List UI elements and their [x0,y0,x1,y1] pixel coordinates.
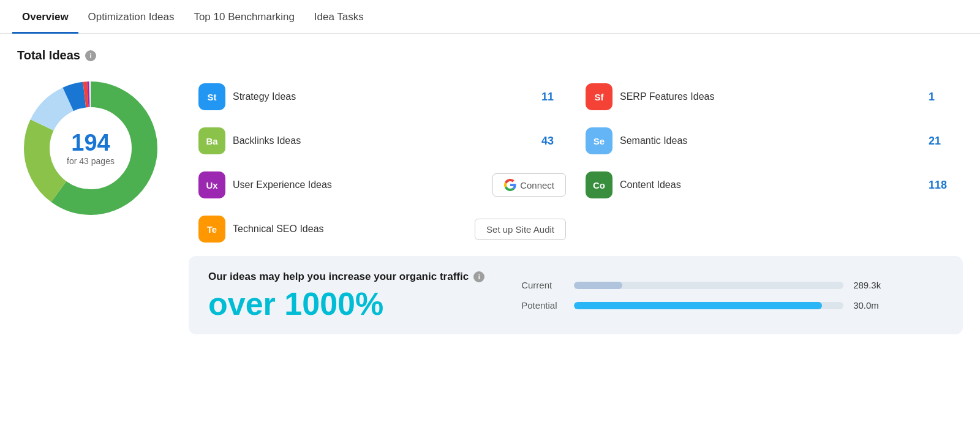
idea-badge-semantic: Se [586,127,612,154]
idea-name-backlinks: Backlinks Ideas [233,135,534,146]
idea-count-semantic: 21 [929,135,953,148]
idea-badge-backlinks: Ba [198,127,225,154]
traffic-bar-fill-potential [574,302,822,309]
idea-row-content: CoContent Ideas118 [576,163,963,207]
section-title: Total Ideas i [17,48,963,62]
idea-row-backlinks: BaBacklinks Ideas43 [189,119,576,163]
idea-count-content: 118 [929,179,953,192]
traffic-bar-track-current [574,282,843,289]
donut-total: 194 [67,130,115,156]
idea-badge-strategy: St [198,83,225,110]
tab-top10-benchmarking[interactable]: Top 10 Benchmarking [184,0,304,34]
total-ideas-label: Total Ideas [17,48,80,62]
idea-row-serp: SfSERP Features Ideas1 [576,75,963,119]
donut-chart: 194 for 43 pages [17,75,164,222]
traffic-percent: over 1000% [208,288,484,320]
idea-name-content: Content Ideas [620,179,921,190]
traffic-bar-value-current: 289.3k [853,280,884,290]
total-ideas-info-icon[interactable]: i [85,50,96,61]
main-content: Total Ideas i [0,34,980,349]
idea-count-backlinks: 43 [541,135,566,148]
idea-button-label-ux: Connect [520,180,554,190]
traffic-bar-fill-current [574,282,622,289]
idea-row-ux: UxUser Experience Ideas Connect [189,163,576,207]
idea-row-technical: TeTechnical SEO IdeasSet up Site Audit [189,207,576,251]
traffic-tagline: Our ideas may help you increase your org… [208,271,484,283]
donut-pages: for 43 pages [67,156,115,166]
idea-row-semantic: SeSemantic Ideas21 [576,119,963,163]
idea-name-ux: User Experience Ideas [233,179,485,190]
idea-badge-technical: Te [198,216,225,243]
traffic-box: Our ideas may help you increase your org… [189,256,963,334]
tab-optimization-ideas[interactable]: Optimization Ideas [78,0,184,34]
traffic-info-icon[interactable]: i [473,271,484,282]
idea-name-semantic: Semantic Ideas [620,135,921,146]
google-icon [504,179,516,191]
ideas-list: StStrategy Ideas11SfSERP Features Ideas1… [189,75,963,251]
idea-badge-serp: Sf [586,83,612,110]
idea-name-technical: Technical SEO Ideas [233,224,467,235]
idea-count-strategy: 11 [541,91,566,103]
ideas-right-panel: StStrategy Ideas11SfSERP Features Ideas1… [189,75,963,334]
donut-center-label: 194 for 43 pages [67,130,115,166]
idea-row-strategy: StStrategy Ideas11 [189,75,576,119]
idea-name-strategy: Strategy Ideas [233,91,534,102]
idea-button-technical[interactable]: Set up Site Audit [475,219,566,240]
idea-button-ux[interactable]: Connect [492,173,566,197]
traffic-bar-label-potential: Potential [521,300,564,310]
traffic-bar-row-potential: Potential30.0m [521,300,884,310]
traffic-bar-label-current: Current [521,280,564,290]
nav-tabs: Overview Optimization Ideas Top 10 Bench… [0,0,980,34]
traffic-bar-row-current: Current289.3k [521,280,884,290]
idea-name-serp: SERP Features Ideas [620,91,921,102]
tab-overview[interactable]: Overview [12,0,78,34]
idea-button-label-technical: Set up Site Audit [486,224,554,235]
traffic-bars: Current289.3kPotential30.0m [521,280,884,310]
idea-count-serp: 1 [929,91,953,103]
tab-idea-tasks[interactable]: Idea Tasks [304,0,374,34]
ideas-section: 194 for 43 pages StStrategy Ideas11SfSER… [17,75,963,334]
traffic-tagline-text: Our ideas may help you increase your org… [208,271,469,283]
traffic-left: Our ideas may help you increase your org… [208,271,484,320]
idea-badge-content: Co [586,171,612,198]
idea-badge-ux: Ux [198,171,225,198]
traffic-bar-track-potential [574,302,843,309]
traffic-bar-value-potential: 30.0m [853,300,884,310]
